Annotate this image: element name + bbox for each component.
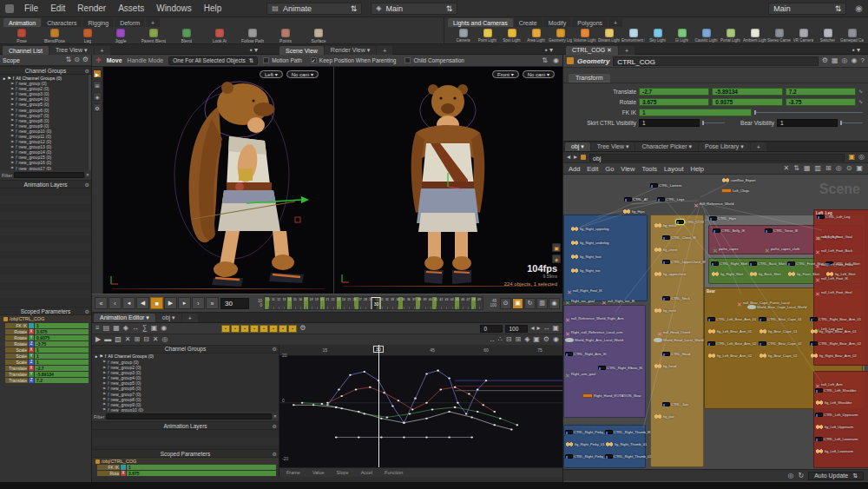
network-node[interactable]: CTRL_Back_Skirt [749,261,786,266]
global-start[interactable]: 0 [251,303,262,307]
scoped-node-row[interactable]: /obj/CTRL_COG [92,458,279,465]
scoped-parameter-row[interactable]: Scale Z 1 [0,359,91,365]
keyframe-icon[interactable]: ∿ [858,99,863,104]
scoped-parameter-row[interactable]: Rotate Y 0.9375 [0,334,91,340]
anim-tool-icon[interactable]: ▣ [151,325,158,332]
network-node[interactable]: fig_torso [654,223,676,228]
network-menu-item[interactable]: Layout [664,165,684,173]
anim-view-icon[interactable]: ⚙ [543,336,549,343]
anim-view-icon[interactable]: ◉ [553,336,559,343]
timeline[interactable]: 1011121314151617181920212223242526272829… [264,296,483,310]
network-node[interactable]: fig_Left_Shoulder [815,400,852,405]
shelf-tool[interactable]: Surface [304,29,333,43]
shelf-tool[interactable]: Gamepad Camera [840,29,864,43]
shelf-tool[interactable]: BlendPose [40,29,69,43]
shelf-tab[interactable]: Characters [42,18,82,27]
network-node[interactable]: Left_Clogs [721,188,749,193]
network-menu-item[interactable]: Edit [587,165,598,173]
shelf-tool[interactable]: Spot Light [500,29,523,43]
network-node[interactable]: null_Reference_World [694,195,733,211]
gear-icon[interactable]: ⚙ [85,68,89,74]
auto-update-select[interactable]: Auto Update⇅ [808,472,864,480]
shelf-tool[interactable]: Camera [451,29,475,43]
shelf-tool[interactable]: Area Light [524,29,548,43]
menubar-item[interactable]: Windows [155,3,194,14]
anim-nav-icon[interactable]: ▸ [536,325,540,332]
parameter-header-icon[interactable]: ▦ [832,57,838,64]
scene-viewports[interactable]: Left ▾ No cam ▾ Front ▾ No cam ▾ [103,67,562,294]
gear-icon[interactable]: ⚙ [273,451,277,457]
key-tool-button[interactable]: ▪ [269,325,278,333]
parameter-value[interactable]: -3.75 [35,341,89,347]
transport-button[interactable]: ◂ [122,297,135,309]
network-node[interactable]: CTRL_COG [676,220,704,224]
shelf-tab[interactable]: Modify [543,18,572,27]
network-node[interactable]: CTRL_Bear_Cape_02 [759,341,802,346]
network-node[interactable]: fig_Bear_Cape_01 [759,329,797,334]
pane-tab[interactable]: Animation Editor ▾ [94,314,155,322]
network-node[interactable]: CTRL_Lantern [650,183,681,188]
network-node[interactable]: CTRL_Hips [709,216,736,221]
anim-edit-icon[interactable]: ✕ [153,336,159,343]
network-node[interactable]: CTRL_Legs [657,197,684,202]
filter-input[interactable] [106,413,272,420]
network-toolbar-icon[interactable]: ◎ [836,165,842,172]
visibility-slider[interactable] [840,122,863,123]
shelf-tool[interactable]: Volume Light [573,29,596,43]
filter-input[interactable] [14,172,84,178]
global-end[interactable]: 100 [485,303,496,307]
playbar-option-icon[interactable]: ▣ [512,298,523,309]
right-desktop-selector[interactable]: Main⇅ [768,3,846,15]
desktop-selector[interactable]: ▤ Animate⇅ [266,3,362,15]
transport-button[interactable]: › [192,297,205,309]
network-node[interactable]: fig_Left_Lowerarm [815,449,853,453]
network-menu-item[interactable]: Go [605,165,614,173]
network-node[interactable]: fig_chest [654,248,677,252]
scoped-node-row[interactable]: /obj/CTRL_COG [0,315,91,322]
network-node[interactable]: fig_upperchest [654,272,686,276]
parameter-value[interactable]: -5.89134 [35,372,89,377]
scoped-parameter-row[interactable]: Scale Y 1 [0,353,91,359]
visibility-slider[interactable] [702,122,725,123]
network-node[interactable]: fig_Bear_Cape_02 [759,354,797,358]
scoped-parameter-row[interactable]: Translate Z 7.2 [0,377,91,383]
tree-scrollbar[interactable] [89,75,91,170]
viewport-display-icon[interactable]: ◈ [552,254,561,263]
scope-gear-icon[interactable]: ⚙ [82,56,89,63]
shelf-tool[interactable]: Jiggle [106,29,135,43]
network-node[interactable]: fig_jaw [654,414,674,419]
graph-playhead[interactable] [378,345,379,477]
tab-transform[interactable]: Transform [569,74,610,83]
gear-icon[interactable]: ⚙ [85,308,89,314]
scoped-parameter-row[interactable]: Translate Y -5.89134 [0,371,91,377]
key-tool-button[interactable]: ▪ [288,325,297,333]
view-direction-pill[interactable]: Front ▾ [492,70,519,78]
network-node[interactable]: World_Right_Arm_Local_World [565,338,623,342]
anim-nav-icon[interactable]: ▣ [552,325,559,332]
network-node[interactable]: Right_Hand_ROTATION_Slow [582,393,641,398]
toolbar-help-icon[interactable]: ◉ [553,57,559,64]
transport-button[interactable]: ■ [150,297,163,309]
pane-tab[interactable]: Scene View [279,46,324,55]
network-menu-item[interactable]: View [621,165,635,173]
parameter-value[interactable]: 7.2 [35,378,89,383]
shelf-tab[interactable]: + [146,18,160,27]
parameter-header-icon[interactable]: ◉ [852,57,858,64]
scoped-parameter-row[interactable]: FK IK 1 [0,322,91,328]
anim-edit-icon[interactable]: ⊟ [143,336,149,343]
network-node[interactable]: fig_Right_underleg [570,241,609,245]
network-node[interactable]: CTRL_Right_Thumb_IK [605,430,651,434]
network-node[interactable]: World_Head_Local_World [654,338,704,342]
parameter-value[interactable]: 1 [35,347,89,353]
parameter-value[interactable]: 3.675 [127,471,276,476]
network-node[interactable]: null_Left_Foot_Heel [815,284,852,300]
network-node[interactable]: fig_Left_Bear_Arm_02 [707,354,752,358]
channel-group-row[interactable]: ⚑fnew_group10 (0) [92,407,279,413]
network-node[interactable]: fig_Left_Bear_Arm_01 [707,329,752,334]
parameter-value[interactable]: 1 [639,119,700,127]
character-side-view[interactable] [142,71,316,290]
parameter-value[interactable]: 1 [35,360,89,365]
viewport-tool-icon[interactable]: ▶ [93,69,102,78]
key-tool-button[interactable]: ▪ [279,325,287,333]
pane-tab[interactable]: Character Picker ▾ [635,142,698,151]
